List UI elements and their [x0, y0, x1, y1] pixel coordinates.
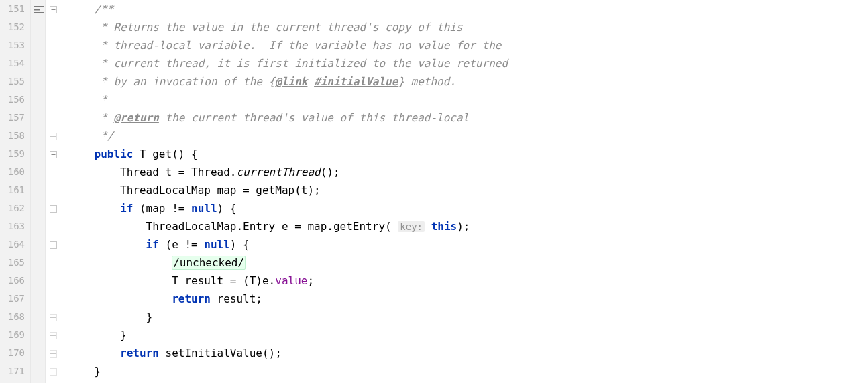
token-ident	[68, 292, 172, 305]
token-ident: ;	[307, 274, 314, 287]
code-line[interactable]: /**	[68, 0, 868, 18]
fold-open-icon[interactable]	[48, 150, 58, 159]
code-line[interactable]: }	[68, 362, 868, 380]
line-number: 163	[4, 217, 25, 235]
code-editor[interactable]: 1511521531541551561571581591601611621631…	[0, 0, 868, 383]
code-line[interactable]: * by an invocation of the {@link #initia…	[68, 72, 868, 91]
token-ident: }	[68, 311, 152, 323]
token-ident	[68, 238, 146, 251]
code-line[interactable]: }	[68, 308, 868, 326]
token-ident	[425, 220, 431, 233]
token-kw: null	[191, 202, 217, 215]
token-comment: the current thread's value of this threa…	[159, 111, 469, 124]
code-line[interactable]: * current thread, it is first initialize…	[68, 54, 868, 72]
code-line[interactable]: if (map != null) {	[68, 199, 868, 217]
token-comment: * thread-local variable. If the variable…	[68, 39, 501, 52]
token-comment: } method.	[398, 75, 456, 88]
javadoc-icon[interactable]	[33, 4, 44, 15]
fold-close-icon[interactable]	[48, 367, 58, 376]
token-ident: ) {	[217, 202, 237, 215]
token-kw: return	[172, 292, 211, 305]
token-ident	[68, 347, 120, 360]
token-kw: if	[146, 238, 159, 251]
token-doc-tag: @return	[113, 111, 158, 124]
line-number: 162	[4, 199, 25, 217]
token-ident: setInitialValue();	[159, 347, 282, 360]
fold-close-icon[interactable]	[48, 131, 58, 141]
token-ident: Thread t = Thread.	[68, 166, 236, 178]
token-comment: */	[68, 129, 113, 142]
code-line[interactable]: return result;	[68, 290, 868, 308]
token-comment: *	[68, 93, 107, 106]
code-line[interactable]: *	[68, 91, 868, 109]
token-ident: }	[68, 365, 101, 378]
token-ident: );	[457, 220, 470, 233]
code-line[interactable]: if (e != null) {	[68, 235, 868, 254]
token-comment	[307, 75, 314, 88]
token-ident: }	[68, 329, 127, 341]
code-line[interactable]: Thread t = Thread.currentThread();	[68, 163, 868, 181]
line-number-gutter: 1511521531541551561571581591601611621631…	[0, 0, 31, 383]
line-number: 168	[4, 308, 25, 326]
code-line[interactable]: */	[68, 127, 868, 145]
svg-rect-0	[34, 6, 44, 7]
code-area[interactable]: /** * Returns the value in the current t…	[63, 0, 868, 383]
fold-close-icon[interactable]	[48, 349, 58, 358]
line-number: 171	[4, 362, 25, 380]
token-kw: if	[120, 202, 133, 215]
code-line[interactable]: ThreadLocalMap.Entry e = map.getEntry( k…	[68, 217, 868, 235]
line-number: 154	[4, 54, 25, 72]
code-line[interactable]: * thread-local variable. If the variable…	[68, 36, 868, 54]
code-line[interactable]: ThreadLocalMap map = getMap(t);	[68, 181, 868, 199]
code-line[interactable]: }	[68, 326, 868, 344]
line-number: 169	[4, 326, 25, 344]
token-ident	[68, 202, 120, 215]
svg-rect-2	[34, 12, 44, 13]
fold-close-icon[interactable]	[48, 331, 58, 340]
token-comment: /**	[95, 3, 114, 15]
token-ident: (e !=	[159, 238, 204, 251]
line-number: 167	[4, 290, 25, 308]
token-comment: * current thread, it is first initialize…	[68, 57, 508, 70]
token-ident: result;	[211, 292, 262, 305]
token-ident: ();	[321, 166, 340, 178]
token-ident	[68, 256, 172, 269]
fold-open-icon[interactable]	[48, 240, 58, 250]
code-line[interactable]: * Returns the value in the current threa…	[68, 18, 868, 36]
line-number: 152	[4, 18, 25, 36]
token-ident	[68, 148, 95, 160]
code-line[interactable]: return setInitialValue();	[68, 344, 868, 362]
gutter-icons-column	[31, 0, 46, 383]
line-number: 156	[4, 91, 25, 109]
fold-open-icon[interactable]	[48, 5, 58, 14]
token-ident: ThreadLocalMap map = getMap(t);	[68, 184, 321, 197]
line-number: 165	[4, 254, 25, 272]
fold-close-icon[interactable]	[48, 313, 58, 322]
token-comment: *	[68, 111, 113, 124]
line-number: 158	[4, 127, 25, 145]
code-line[interactable]: T result = (T)e.value;	[68, 272, 868, 290]
line-number: 170	[4, 344, 25, 362]
line-number: 159	[4, 145, 25, 163]
line-number: 166	[4, 272, 25, 290]
code-line[interactable]: /unchecked/	[68, 254, 868, 272]
line-number: 153	[4, 36, 25, 54]
code-line[interactable]: public T get() {	[68, 145, 868, 163]
token-methodcall-i: currentThread	[236, 166, 320, 178]
token-ident	[68, 3, 95, 15]
svg-rect-1	[34, 9, 40, 10]
token-ident: T get() {	[133, 148, 197, 160]
line-number: 155	[4, 72, 25, 91]
token-ident: ) {	[230, 238, 250, 251]
token-ident: T result = (T)e.	[68, 274, 275, 287]
token-ident: ThreadLocalMap.Entry e = map.getEntry(	[68, 220, 398, 233]
fold-column	[46, 0, 63, 383]
token-doc-link: @link	[275, 75, 307, 88]
fold-open-icon[interactable]	[48, 204, 58, 213]
line-number: 161	[4, 181, 25, 199]
token-kw: public	[95, 148, 133, 160]
token-ident: (map !=	[133, 202, 191, 215]
line-number: 151	[4, 0, 25, 18]
token-kw: this	[431, 220, 457, 233]
code-line[interactable]: * @return the current thread's value of …	[68, 109, 868, 127]
